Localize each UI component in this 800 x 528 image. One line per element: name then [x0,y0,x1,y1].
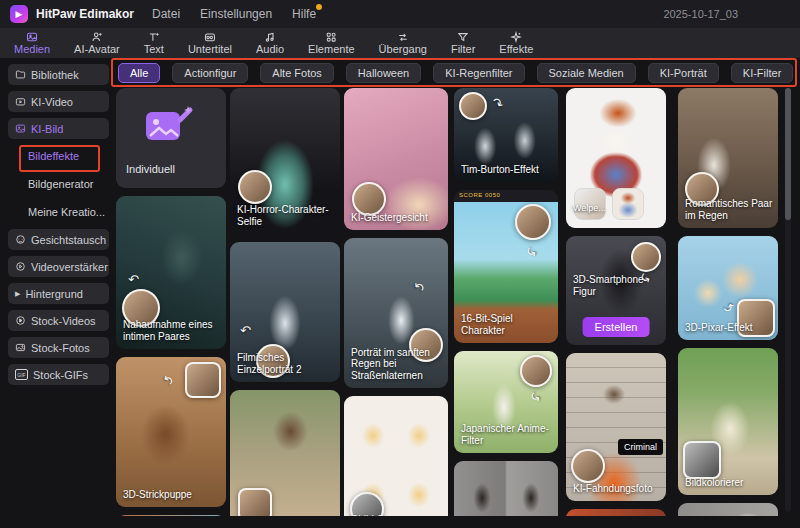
tab-audio[interactable]: Audio [256,31,284,55]
bottom-edge [0,516,800,528]
card-label: 3D-Smartphone-Figur [573,274,661,298]
sidebar: Bibliothek KI-Video KI-Bild Bildeffekte … [8,64,109,391]
app-logo-icon: ▶ [10,5,28,23]
tab-medien[interactable]: Medien [14,31,50,55]
effects-icon [510,31,522,43]
before-thumbnail [352,182,386,216]
tab-effekte[interactable]: Effekte [499,31,533,55]
toolbar: Medien AI-Avatar Text Untertitel Audio E… [0,28,800,58]
card-label: Japanischer Anime-Filter [461,423,553,447]
app-title: HitPaw Edimakor [36,7,134,21]
card-3d-pixar[interactable]: ↶ 3D-Pixar-Effekt [678,236,778,340]
card-bildkolorierer[interactable]: Bildkolorierer [678,348,778,495]
card-label: Romantisches Paar im Regen [685,198,773,222]
card-filmisches-portraet[interactable]: ↶ Filmisches Einzelporträt 2 [230,242,340,382]
card-anime-filter[interactable]: ↶ Japanischer Anime-Filter [454,351,558,453]
card-fahndungsfoto[interactable]: Criminal KI-Fahndungsfoto [566,353,666,501]
chip-actionfigur[interactable]: Actionfigur [172,63,248,83]
sidebar-item-stock-fotos[interactable]: Stock-Fotos [8,337,109,358]
chip-alte-fotos[interactable]: Alte Fotos [260,63,334,83]
tab-untertitel[interactable]: Untertitel [188,31,232,55]
swap-arrow-icon: ↶ [489,94,506,112]
chip-alle[interactable]: Alle [118,63,160,83]
card-chibi-sticker[interactable]: Chibi-S... [344,396,448,528]
sidebar-item-gesichtstausch[interactable]: Gesichtstausch [8,229,109,250]
tab-ai-avatar[interactable]: AI-Avatar [74,31,120,55]
card-label: Individuell [126,163,221,176]
sidebar-item-videoverstaerker[interactable]: Videoverstärker [8,256,109,277]
ai-video-icon [15,96,26,107]
scrollbar-thumb[interactable] [785,88,791,220]
card-nahaufnahme[interactable]: ↶ Nahaufnahme eines intimen Paares [116,196,226,349]
subtitles-icon [204,31,216,43]
card-geistergesicht[interactable]: KI-Geistergesicht [344,88,448,230]
chip-ki-portraet[interactable]: KI-Porträt [648,63,719,83]
avatar-icon [91,31,103,43]
card-tim-burton[interactable]: ↶ Tim-Burton-Effekt [454,88,558,182]
erstellen-button[interactable]: Erstellen [583,317,650,337]
sidebar-item-ki-video[interactable]: KI-Video [8,91,109,112]
swap-arrow-icon: ↶ [240,323,251,338]
chip-soziale-medien[interactable]: Soziale Medien [537,63,636,83]
filter-icon [457,31,469,43]
card-portraet-regen[interactable]: ↶ Porträt im sanften Regen bei Straßenla… [344,238,448,388]
card-label: Filmisches Einzelporträt 2 [237,352,335,376]
text-icon [148,31,160,43]
app-window: ▶ HitPaw Edimakor Datei Einstellungen Hi… [0,0,800,528]
swap-arrow-icon: ↶ [721,298,736,316]
folder-icon [15,69,26,80]
criminal-sign: Criminal [618,439,663,455]
card-label: Nahaufnahme eines intimen Paares [123,319,221,343]
audio-icon [264,31,276,43]
before-thumbnail [238,170,272,204]
card-welpe[interactable]: Welpe... [566,88,666,228]
stock-photo-icon [15,342,26,353]
sidebar-item-hintergrund[interactable]: ▶ Hintergrund [8,283,109,304]
chip-halloween[interactable]: Halloween [346,63,421,83]
sidebar-item-meine-kreationen[interactable]: Meine Kreatio... [8,201,109,222]
card-cartoon-frau[interactable] [230,390,340,528]
card-label: 3D-Pixar-Effekt [685,322,773,334]
card-label: Tim-Burton-Effekt [461,164,553,176]
grid-column-5: Welpe... ↶ 3D-Smartphone-Figur Erstellen… [566,88,666,528]
sidebar-item-bibliothek[interactable]: Bibliothek [8,64,109,85]
custom-image-icon [144,104,194,146]
card-3d-smartphone-figur[interactable]: ↶ 3D-Smartphone-Figur Erstellen [566,236,666,345]
grid-column-2: KI-Horror-Charakter-Selfie ↶ Filmisches … [230,88,340,528]
card-individuell[interactable]: Individuell [116,88,226,188]
ai-image-icon [15,123,26,134]
notification-dot [316,4,322,10]
sidebar-item-bildgenerator[interactable]: Bildgenerator [8,173,109,194]
project-name: 2025-10-17_03 [663,8,738,20]
tab-uebergang[interactable]: Übergang [379,31,427,55]
swap-arrow-icon: ↶ [158,372,176,389]
transition-icon [397,31,409,43]
card-horror-selfie[interactable]: KI-Horror-Charakter-Selfie [230,88,340,234]
tab-elemente[interactable]: Elemente [308,31,354,55]
card-label: Porträt im sanften Regen bei Straßenlate… [351,347,443,382]
menu-hilfe[interactable]: Hilfe [292,7,316,21]
chip-ki-filter[interactable]: KI-Filter [731,63,794,83]
before-thumbnail [185,362,221,398]
chip-ki-regenfilter[interactable]: KI-Regenfilter [433,63,524,83]
sidebar-item-bildeffekte[interactable]: Bildeffekte [8,145,109,166]
card-strickpuppe[interactable]: ↶ 3D-Strickpuppe [116,357,226,507]
card-romantisches-paar[interactable]: Romantisches Paar im Regen [678,88,778,228]
grid-column-4: ↶ Tim-Burton-Effekt SCORE 0050 ↶ 16-Bit-… [454,88,558,528]
menu-datei[interactable]: Datei [152,7,180,21]
card-16bit-spiel[interactable]: SCORE 0050 ↶ 16-Bit-Spiel Charakter [454,190,558,343]
filter-chip-row: Alle Actionfigur Alte Fotos Halloween KI… [118,63,800,83]
menubar: ▶ HitPaw Edimakor Datei Einstellungen Hi… [0,0,800,28]
card-label: KI-Geistergesicht [351,212,443,224]
tab-filter[interactable]: Filter [451,31,475,55]
sidebar-item-ki-bild[interactable]: KI-Bild [8,118,109,139]
grid-column-6: Romantisches Paar im Regen ↶ 3D-Pixar-Ef… [678,88,778,528]
sidebar-item-stock-videos[interactable]: Stock-Videos [8,310,109,331]
card-label: 3D-Strickpuppe [123,489,221,501]
card-label: Bildkolorierer [685,477,773,489]
menu-einstellungen[interactable]: Einstellungen [200,7,272,21]
card-label: KI-Fahndungsfoto [573,483,661,495]
tab-text[interactable]: Text [144,31,164,55]
stock-video-icon [15,315,26,326]
sidebar-item-stock-gifs[interactable]: GIF Stock-GIFs [8,364,109,385]
